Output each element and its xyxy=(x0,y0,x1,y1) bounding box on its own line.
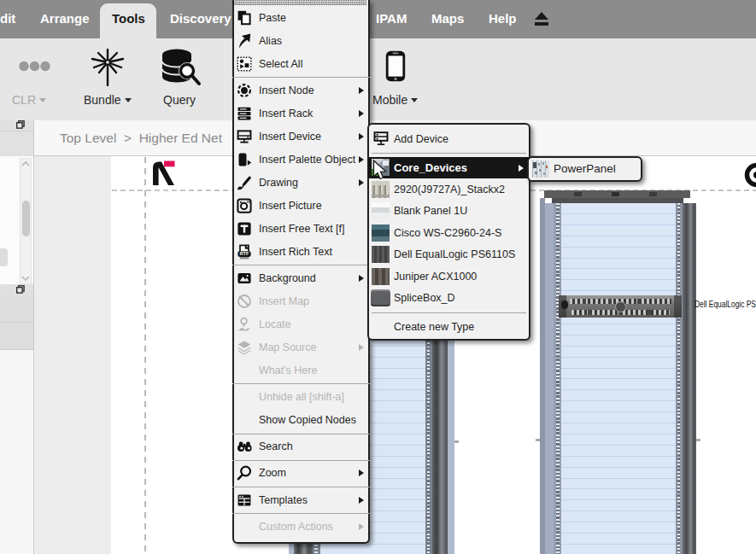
svg-text:RTF: RTF xyxy=(240,251,249,256)
